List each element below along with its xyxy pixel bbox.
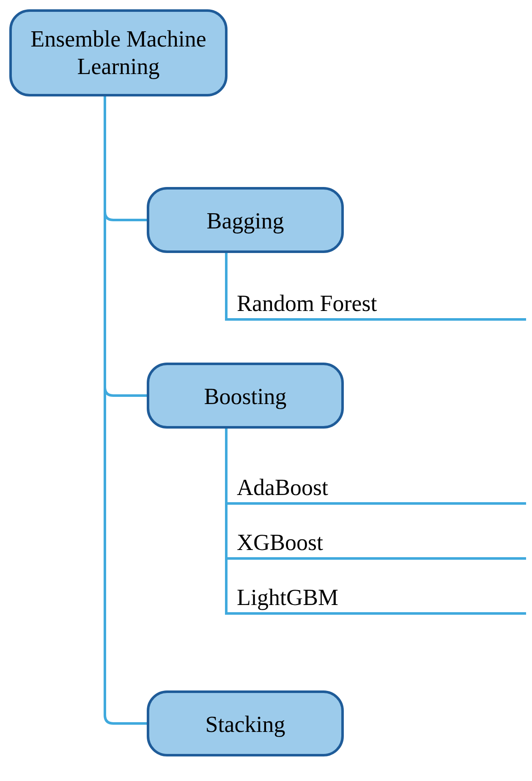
category-label-boosting: Boosting [204, 384, 286, 409]
root-label-line1: Ensemble Machine [30, 26, 206, 52]
category-node-stacking: Stacking [148, 692, 343, 755]
root-connector [105, 95, 148, 723]
ensemble-ml-hierarchy-diagram: Ensemble Machine Learning Bagging Random… [0, 0, 532, 781]
root-label-line2: Learning [77, 54, 160, 79]
root-node: Ensemble Machine Learning [11, 11, 226, 95]
leaf-lightgbm: LightGBM [237, 585, 338, 610]
category-node-boosting: Boosting [148, 364, 343, 427]
category-label-bagging: Bagging [207, 208, 284, 234]
category-label-stacking: Stacking [206, 712, 285, 737]
leaf-adaboost: AdaBoost [237, 475, 328, 500]
leaf-xgboost: XGBoost [237, 530, 323, 555]
leaf-random-forest: Random Forest [237, 291, 377, 316]
svg-rect-0 [11, 11, 226, 95]
category-node-bagging: Bagging [148, 188, 343, 252]
